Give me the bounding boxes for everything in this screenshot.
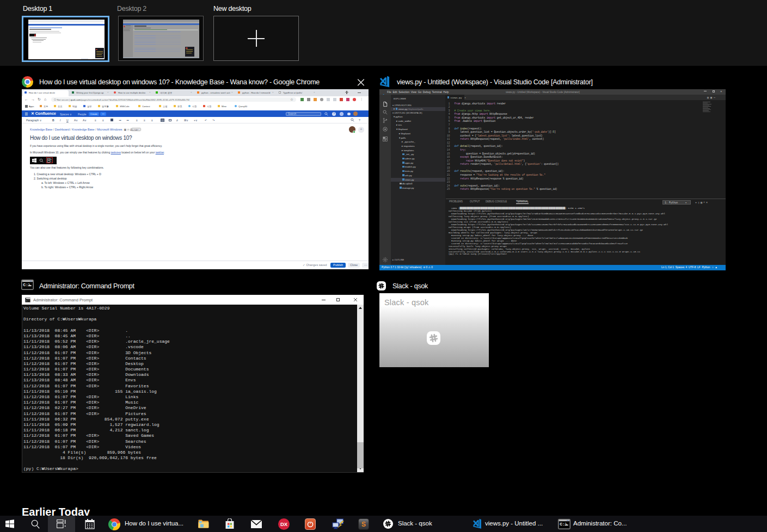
svg-text:C:\: C:\ xyxy=(23,282,31,287)
svg-text:C:\: C:\ xyxy=(560,522,568,527)
